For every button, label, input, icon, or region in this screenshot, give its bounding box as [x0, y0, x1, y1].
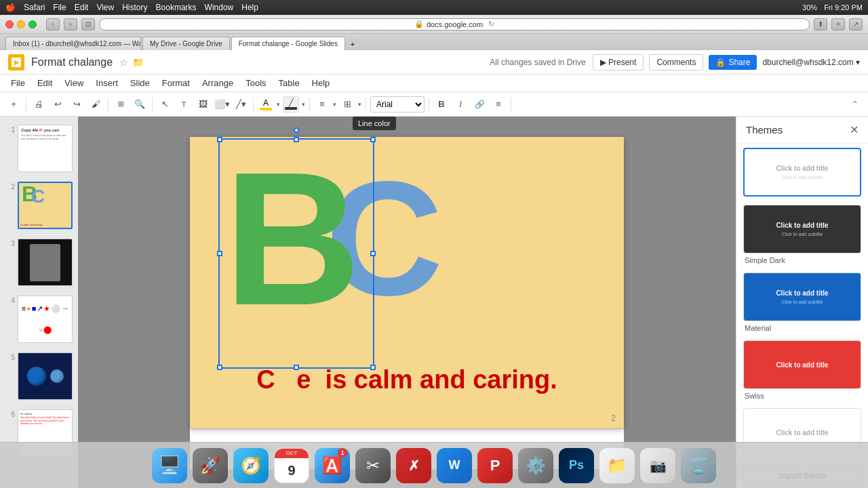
- shapes-btn[interactable]: ⬜▾: [214, 96, 230, 113]
- help-menu[interactable]: Help: [241, 3, 258, 12]
- italic-btn[interactable]: I: [452, 96, 469, 113]
- line-btn[interactable]: ╱▾: [233, 96, 249, 113]
- edit-menu[interactable]: Edit: [75, 3, 89, 12]
- file-menu[interactable]: File: [53, 3, 66, 12]
- menu-slide[interactable]: Slide: [125, 77, 155, 89]
- menu-edit[interactable]: Edit: [32, 77, 58, 89]
- theme-material-preview[interactable]: Click to add title Click to add subtitle: [743, 272, 861, 321]
- dock-safari[interactable]: 🧭: [233, 448, 269, 483]
- slide-thumb-3[interactable]: [18, 239, 73, 286]
- dock-word-app[interactable]: W: [437, 448, 472, 483]
- fill-color-btn[interactable]: A: [258, 96, 274, 113]
- new-tab-btn[interactable]: +: [831, 18, 845, 30]
- forward-btn[interactable]: ›: [64, 18, 77, 30]
- dock-scissors-app[interactable]: ✂: [355, 448, 391, 483]
- dock-app-store[interactable]: 🅰️ 1: [315, 448, 350, 483]
- slide-item-5[interactable]: 5: [3, 350, 75, 403]
- print-btn[interactable]: 🖨: [31, 96, 47, 113]
- folder-icon[interactable]: 📁: [132, 57, 144, 68]
- extensions-btn[interactable]: ↗: [849, 18, 863, 30]
- close-window-btn[interactable]: [5, 20, 14, 28]
- collapse-toolbar-btn[interactable]: ⌃: [848, 97, 863, 112]
- slide-item-4[interactable]: 4 ≡●■ ↗★⚪ →♥⬤: [3, 293, 75, 346]
- slide-canvas[interactable]: B C C e is calm and caring.: [190, 137, 624, 428]
- redo-btn[interactable]: ↪: [68, 96, 85, 113]
- theme-simple-dark-preview[interactable]: Click to add title Click to add subtitle: [743, 205, 861, 253]
- paint-format-btn[interactable]: 🖌: [87, 96, 104, 113]
- dock-photoshop[interactable]: Ps: [559, 448, 594, 483]
- add-btn[interactable]: +: [5, 96, 22, 113]
- line-weight-btn[interactable]: ≡: [314, 96, 330, 113]
- handle-top-right[interactable]: [370, 137, 376, 142]
- dock-text-app[interactable]: ✗: [396, 448, 431, 483]
- theme-blank[interactable]: Click to add title Click to add subtitle: [736, 144, 868, 201]
- link-btn[interactable]: 🔗: [471, 96, 488, 113]
- url-bar[interactable]: 🔒 docs.google.com ↻: [99, 18, 810, 30]
- line-color-dropdown[interactable]: ▾: [302, 101, 305, 108]
- safari-menu[interactable]: Safari: [24, 3, 45, 12]
- theme-material[interactable]: Click to add title Click to add subtitle…: [736, 268, 868, 336]
- theme-swiss[interactable]: Click to add title Swiss: [736, 336, 868, 404]
- minimize-window-btn[interactable]: [17, 20, 25, 28]
- zoom-fit-btn[interactable]: ⊞: [113, 96, 129, 113]
- slide-item-3[interactable]: 3: [3, 236, 75, 289]
- slide-item-1[interactable]: 1 Copy Me IF you can You don't have to b…: [3, 122, 75, 175]
- back-btn[interactable]: ‹: [46, 18, 60, 30]
- dock-image-capture[interactable]: 📷: [640, 448, 675, 483]
- menu-view[interactable]: View: [59, 77, 89, 89]
- dock-photos[interactable]: 📁: [599, 448, 635, 483]
- tab-drive[interactable]: My Drive - Google Drive: [142, 37, 230, 50]
- menu-tools[interactable]: Tools: [240, 77, 271, 89]
- dock-system-prefs[interactable]: ⚙️: [518, 448, 553, 483]
- image-btn[interactable]: 🖼: [195, 96, 211, 113]
- present-button[interactable]: ▶ Present: [593, 54, 644, 70]
- rotate-handle[interactable]: [294, 127, 299, 133]
- bold-btn[interactable]: B: [433, 96, 450, 113]
- theme-blank-preview[interactable]: Click to add title Click to add subtitle: [743, 148, 861, 197]
- slide-item-2[interactable]: 2 B C is calm and caring.: [3, 179, 75, 232]
- menu-arrange[interactable]: Arrange: [197, 77, 239, 89]
- themes-close-btn[interactable]: ✕: [850, 123, 859, 136]
- handle-middle-left[interactable]: [217, 251, 222, 256]
- tab-view-btn[interactable]: ⊡: [81, 18, 95, 30]
- cursor-btn[interactable]: ↖: [157, 96, 173, 113]
- slide-thumb-1[interactable]: Copy Me IF you can You don't have to be …: [18, 125, 73, 172]
- handle-top-left[interactable]: [217, 137, 222, 142]
- history-menu[interactable]: History: [122, 3, 147, 12]
- dock-launchpad[interactable]: 🚀: [193, 448, 228, 483]
- font-select[interactable]: Arial: [370, 96, 425, 113]
- dock-calendar[interactable]: OCT 9: [274, 448, 309, 483]
- refresh-btn[interactable]: ↻: [488, 20, 494, 28]
- share-button[interactable]: 🔒 Share: [709, 55, 757, 70]
- dock-powerpoint-app[interactable]: P: [477, 448, 513, 483]
- theme-swiss-preview[interactable]: Click to add title: [743, 340, 861, 389]
- window-menu[interactable]: Window: [205, 3, 234, 12]
- line-color-btn[interactable]: ╱: [283, 96, 299, 113]
- line-weight-dropdown[interactable]: ▾: [333, 101, 336, 108]
- fill-color-dropdown[interactable]: ▾: [277, 101, 280, 108]
- tab-slides[interactable]: Format chalange - Google Slides: [231, 37, 345, 50]
- maximize-window-btn[interactable]: [28, 20, 37, 28]
- dock-trash[interactable]: 🗑️: [681, 448, 716, 483]
- zoom-out-btn[interactable]: 🔍: [132, 96, 148, 113]
- slide-letter-b[interactable]: B: [224, 144, 361, 333]
- line-dash-dropdown[interactable]: ▾: [358, 101, 361, 108]
- menu-file[interactable]: File: [5, 77, 31, 89]
- bookmarks-menu[interactable]: Bookmarks: [156, 3, 197, 12]
- dock-finder[interactable]: 🖥️: [152, 448, 187, 483]
- menu-table[interactable]: Table: [273, 77, 305, 89]
- slide-thumb-2[interactable]: B C is calm and caring.: [18, 182, 73, 229]
- slide-thumb-4[interactable]: ≡●■ ↗★⚪ →♥⬤: [18, 296, 73, 343]
- menu-help[interactable]: Help: [307, 77, 336, 89]
- line-dash-btn[interactable]: ⊞: [339, 96, 355, 113]
- new-tab-icon[interactable]: +: [347, 38, 359, 50]
- text-btn[interactable]: T: [176, 96, 192, 113]
- undo-btn[interactable]: ↩: [50, 96, 66, 113]
- view-menu[interactable]: View: [96, 3, 114, 12]
- tab-inbox[interactable]: Inbox (1) - dburchell@whsdk12.com — Wayn…: [5, 37, 141, 50]
- share-btn[interactable]: ⬆: [814, 18, 827, 30]
- menu-format[interactable]: Format: [157, 77, 195, 89]
- user-account[interactable]: dburchell@whsdk12.com ▾: [762, 58, 860, 67]
- theme-simple-dark[interactable]: Click to add title Click to add subtitle…: [736, 201, 868, 268]
- star-icon[interactable]: ☆: [119, 57, 128, 68]
